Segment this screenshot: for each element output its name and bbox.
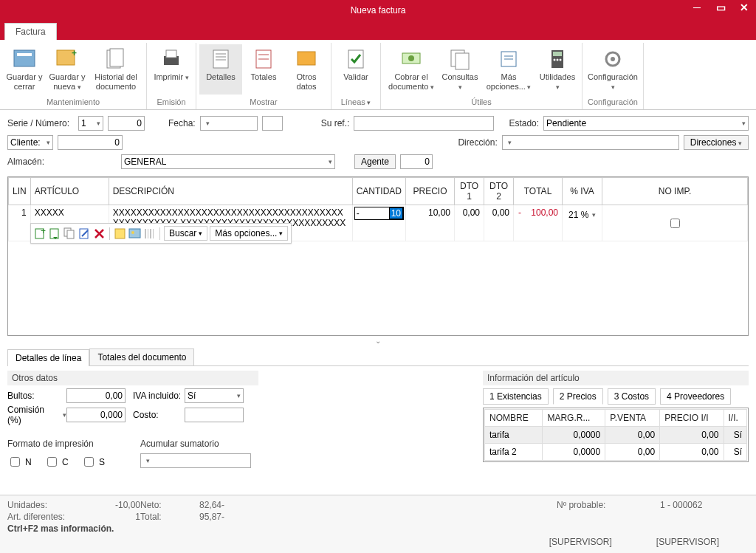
price-row[interactable]: tarifa 2 0,0000 0,00 0,00 Sí — [485, 444, 747, 461]
details-icon — [209, 47, 233, 71]
col-descripcion[interactable]: DESCRIPCIÓN — [109, 178, 352, 205]
grid-mas-opciones-button[interactable]: Más opciones...▾ — [210, 226, 288, 241]
numero-input[interactable] — [108, 116, 145, 131]
detalles-button[interactable]: Detalles — [199, 44, 242, 95]
price-row[interactable]: tarifa 0,0000 0,00 0,00 Sí — [485, 427, 747, 444]
cell-dto1[interactable]: 0,00 — [455, 205, 484, 241]
col-total[interactable]: TOTAL — [514, 178, 563, 205]
cell-noimp[interactable] — [602, 205, 748, 241]
fecha2-input[interactable] — [262, 116, 283, 131]
close-button[interactable]: ✕ — [735, 1, 753, 13]
chk-c[interactable]: C — [44, 455, 69, 469]
cell-dto2[interactable]: 0,00 — [484, 205, 514, 241]
insert-line-icon[interactable] — [49, 227, 61, 240]
history-button[interactable]: Historial del documento — [89, 44, 143, 95]
tab-totales-doc[interactable]: Totales del documento — [89, 348, 194, 365]
bultos-label: Bultos: — [7, 391, 66, 401]
totals-icon — [252, 47, 275, 71]
otros-datos-button[interactable]: Otros datos — [285, 44, 328, 95]
minimize-button[interactable]: ─ — [688, 1, 706, 13]
noimp-checkbox[interactable] — [670, 219, 680, 228]
suref-input[interactable] — [354, 116, 494, 131]
delete-line-icon[interactable] — [93, 227, 106, 240]
tab-proveedores[interactable]: 4 Proveedores — [660, 388, 731, 405]
pcol-nombre[interactable]: NOMBRE — [485, 410, 543, 427]
fecha-combo[interactable] — [200, 116, 258, 131]
comision-input[interactable] — [66, 408, 126, 422]
otros-title: Otros datos — [7, 371, 258, 385]
acumular-combo[interactable] — [140, 453, 251, 468]
copy-line-icon[interactable] — [63, 227, 76, 240]
new-line-icon[interactable]: + — [34, 227, 47, 240]
history-icon — [104, 47, 128, 71]
save-new-button[interactable]: + Guardar y nueva — [46, 44, 89, 95]
pcol-marg[interactable]: MARG.R... — [543, 410, 605, 427]
tab-precios[interactable]: 2 Precios — [553, 388, 603, 405]
col-dto2[interactable]: DTO 2 — [484, 178, 514, 205]
serie-combo[interactable]: 1 — [78, 116, 103, 131]
group-lineas[interactable]: Líneas — [334, 96, 377, 108]
cell-total[interactable]: - 100,00 — [514, 205, 563, 241]
group-mostrar: Mostrar — [199, 96, 328, 108]
comision-label[interactable]: Comisión (%) — [7, 408, 66, 422]
fecha-label: Fecha: — [168, 118, 196, 128]
footer: Unidades: -10,00 Neto: 82,64- Nº probabl… — [0, 495, 756, 553]
cliente-input[interactable] — [58, 135, 123, 150]
col-articulo[interactable]: ARTÍCULO — [30, 178, 109, 205]
splitter[interactable]: ⌄ — [0, 336, 756, 346]
col-pctiva[interactable]: % IVA — [563, 178, 602, 205]
col-lin[interactable]: LIN — [9, 178, 31, 205]
col-dto1[interactable]: DTO 1 — [455, 178, 484, 205]
edit-line-icon[interactable] — [78, 227, 91, 240]
tab-factura[interactable]: Factura — [4, 23, 57, 40]
cell-precio[interactable]: 10,00 — [406, 205, 455, 241]
otros-datos-panel: Otros datos Bultos: IVA incluido: Sí Com… — [7, 371, 258, 469]
estado-combo[interactable]: Pendiente — [543, 116, 749, 131]
bultos-input[interactable] — [66, 388, 126, 403]
almacen-combo[interactable]: GENERAL — [121, 154, 335, 169]
unidades-val: -10,00 — [96, 500, 140, 510]
configuracion-button[interactable]: Configuración — [585, 44, 640, 95]
art-label: Art. diferentes: — [7, 512, 96, 522]
cobrar-button[interactable]: Cobrar el documento — [384, 44, 439, 95]
utilidades-button[interactable]: Utilidades — [536, 44, 579, 95]
pcol-precioii[interactable]: PRECIO I/I — [660, 410, 724, 427]
col-noimp[interactable]: NO IMP. — [602, 178, 748, 205]
note-icon[interactable] — [114, 227, 126, 240]
agente-input[interactable] — [400, 154, 433, 169]
print-button[interactable]: Imprimir — [150, 44, 193, 95]
lines-grid[interactable]: LIN ARTÍCULO DESCRIPCIÓN CANTIDAD PRECIO… — [7, 176, 749, 336]
tab-costos[interactable]: 3 Costos — [608, 388, 656, 405]
svg-text:+: + — [72, 48, 77, 58]
tab-detalles-linea[interactable]: Detalles de línea — [7, 349, 89, 366]
svg-rect-41 — [148, 229, 148, 238]
totales-button[interactable]: Totales — [242, 44, 285, 95]
agente-button[interactable]: Agente — [354, 154, 396, 169]
chk-s[interactable]: S — [81, 455, 105, 469]
cliente-combo[interactable]: Cliente: — [7, 135, 53, 150]
cell-pctiva[interactable]: 21 % — [563, 205, 602, 241]
consultas-button[interactable]: Consultas — [439, 44, 481, 95]
precios-table[interactable]: NOMBRE MARG.R... P.VENTA PRECIO I/I I/I.… — [484, 409, 747, 461]
save-close-button[interactable]: Guardar y cerrar — [3, 44, 46, 95]
formato-label: Formato de impresión — [7, 439, 126, 449]
col-cantidad[interactable]: CANTIDAD — [352, 178, 405, 205]
col-precio[interactable]: PRECIO — [406, 178, 455, 205]
cell-cantidad[interactable]: - 10 — [352, 205, 405, 241]
chk-n[interactable]: N — [7, 455, 32, 469]
validar-button[interactable]: Validar — [334, 44, 377, 95]
money-icon — [399, 47, 423, 71]
maximize-button[interactable]: ▭ — [712, 1, 729, 13]
pcol-ii[interactable]: I/I. — [724, 410, 746, 427]
pcol-pventa[interactable]: P.VENTA — [605, 410, 660, 427]
buscar-button[interactable]: Buscar▾ — [164, 226, 207, 241]
barcode-icon[interactable] — [143, 227, 156, 240]
iva-combo[interactable]: Sí — [185, 388, 244, 403]
costo-input[interactable] — [185, 408, 244, 422]
image-icon[interactable] — [128, 227, 141, 240]
tab-existencias[interactable]: 1 Existencias — [483, 388, 549, 405]
validate-icon — [344, 47, 368, 71]
direccion-combo[interactable] — [502, 135, 679, 150]
mas-opciones-button[interactable]: Más opciones... — [481, 44, 536, 95]
direcciones-button[interactable]: Direcciones — [684, 135, 749, 150]
